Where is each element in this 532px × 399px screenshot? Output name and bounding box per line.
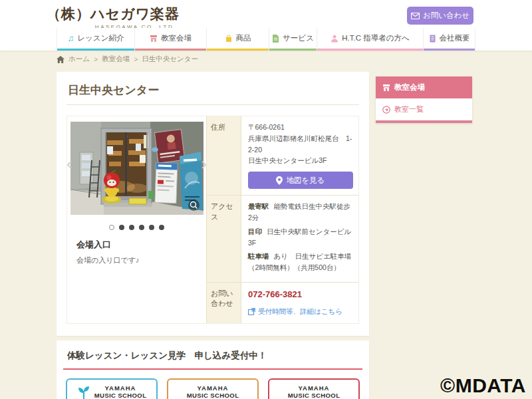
music-note-icon: ♫ xyxy=(68,33,74,43)
yamaha-card-1[interactable]: YAMAHA MUSIC SCHOOL ヤマハ音楽教室 xyxy=(66,378,158,399)
breadcrumb-separator: > xyxy=(94,55,98,63)
tab-classrooms[interactable]: 教室会場 xyxy=(134,28,206,51)
shopping-bag-icon xyxy=(225,35,233,43)
tab-accent-bar xyxy=(57,49,134,51)
center-detail-card: 日生中央センター xyxy=(57,72,369,336)
photo-carousel: ‹ › 会場入口 会場の入り口です♪ xyxy=(67,116,206,323)
contact-row: お問い合わせ 072-766-3821 受付時間等、詳細はこちら xyxy=(207,283,358,323)
address-line2: 日生中央センタービル3F xyxy=(248,155,353,166)
contact-button[interactable]: お問い合わせ xyxy=(407,7,473,25)
tab-label: サービス xyxy=(283,33,314,43)
map-pin-icon xyxy=(276,176,283,185)
person-icon xyxy=(331,35,338,43)
circle-arrow-icon xyxy=(382,106,390,114)
carousel-next-arrow[interactable]: › xyxy=(201,155,207,172)
contact-button-label: お問い合わせ xyxy=(423,11,469,21)
tab-label: レッスン紹介 xyxy=(77,33,124,43)
postal-code: 〒666-0261 xyxy=(248,122,353,133)
watermark: ©MDATA xyxy=(440,374,526,397)
view-map-button[interactable]: 地図を見る xyxy=(248,172,353,189)
carousel-dot[interactable] xyxy=(119,225,124,230)
yamaha-logo: YAMAHA MUSIC SCHOOL ヤマハ音楽教室 xyxy=(94,384,147,399)
tab-lessons[interactable]: ♫ レッスン紹介 xyxy=(57,28,134,51)
address-row: 住所 〒666-0261 兵庫県川辺郡猪名川町松尾台 1-2-20 日生中央セン… xyxy=(207,116,358,196)
tab-accent-bar xyxy=(207,49,269,51)
external-link-icon xyxy=(248,308,255,315)
carousel-dot[interactable] xyxy=(139,225,144,230)
tab-label: 商品 xyxy=(236,33,251,43)
photo-description: 会場の入り口です♪ xyxy=(76,255,206,265)
carousel-dots xyxy=(67,225,206,230)
breadcrumb: ホーム > 教室会場 > 日生中央センター xyxy=(57,55,198,64)
carousel-dot[interactable] xyxy=(149,225,154,230)
site-logo[interactable]: （株）ハセガワ楽器 HASEGAWA CO.,LTD. xyxy=(47,5,180,30)
yamaha-card-3[interactable]: YAMAHA MUSIC SCHOOL ヤマハ音楽教室 エレキギター xyxy=(268,378,360,399)
tab-accent-bar xyxy=(269,49,317,51)
yamaha-card-2[interactable]: YAMAHA MUSIC SCHOOL ヤマハ音楽教室 xyxy=(167,378,259,399)
logo-text: （株）ハセガワ楽器 xyxy=(47,5,180,23)
venue-photo[interactable] xyxy=(70,122,203,217)
access-parking: 駐車場あり 日生サピエ駐車場（2時間無料）（共用500台） xyxy=(248,251,353,273)
page-title: 日生中央センター xyxy=(66,80,359,105)
tab-products[interactable]: 商品 xyxy=(206,28,269,51)
access-landmark: 目印日生中央駅前センタービル3F xyxy=(248,226,353,249)
view-map-label: 地図を見る xyxy=(286,176,325,186)
breadcrumb-current: 日生中央センター xyxy=(142,55,198,64)
tab-accent-bar xyxy=(135,49,206,51)
tab-label: H.T.C 指導者の方へ xyxy=(342,33,409,43)
carousel-dot[interactable] xyxy=(159,225,164,230)
tab-accent-bar xyxy=(317,49,423,51)
trial-section-title: 体験レッスン・レッスン見学 申し込み受付中！ xyxy=(63,348,362,370)
access-row: アクセス 最寄駅能勢電鉄日生中央駅徒歩2分 目印日生中央駅前センタービル3F 駐… xyxy=(207,196,358,283)
access-label: アクセス xyxy=(207,196,241,282)
hours-detail-link[interactable]: 受付時間等、詳細はこちら xyxy=(248,306,353,317)
tab-htc-instructors[interactable]: H.T.C 指導者の方へ xyxy=(317,28,423,51)
sidebar-item-label: 教室一覧 xyxy=(394,104,424,114)
access-station: 最寄駅能勢電鉄日生中央駅徒歩2分 xyxy=(248,201,353,223)
carousel-dot[interactable] xyxy=(129,225,134,230)
trial-lesson-card: 体験レッスン・レッスン見学 申し込み受付中！ YAMAHA MUSIC SCHO… xyxy=(57,340,369,399)
contact-label: お問い合わせ xyxy=(207,283,241,323)
school-building-icon xyxy=(382,84,390,92)
document-icon xyxy=(272,35,279,43)
phone-number[interactable]: 072-766-3821 xyxy=(248,288,353,302)
envelope-icon xyxy=(411,13,420,19)
classrooms-sidebar: 教室会場 教室一覧 xyxy=(376,76,472,123)
sidebar-item-classroom-list[interactable]: 教室一覧 xyxy=(376,98,472,120)
address-line1: 兵庫県川辺郡猪名川町松尾台 1-2-20 xyxy=(248,133,353,156)
breadcrumb-separator: > xyxy=(134,55,138,63)
company-file-icon xyxy=(429,35,436,43)
school-building-icon xyxy=(150,35,158,43)
tab-services[interactable]: サービス xyxy=(269,28,317,51)
carousel-dot[interactable] xyxy=(109,225,114,230)
tab-label: 会社概要 xyxy=(440,33,470,43)
tab-label: 教室会場 xyxy=(161,33,192,43)
photo-caption: 会場入口 xyxy=(76,239,206,251)
venue-info-table: 住所 〒666-0261 兵庫県川辺郡猪名川町松尾台 1-2-20 日生中央セン… xyxy=(206,116,358,323)
sidebar-header: 教室会場 xyxy=(376,76,472,98)
breadcrumb-classrooms[interactable]: 教室会場 xyxy=(102,55,130,64)
yamaha-logo: YAMAHA MUSIC SCHOOL ヤマハ音楽教室 エレキギター xyxy=(288,384,340,399)
tab-accent-bar xyxy=(424,49,475,51)
sidebar-header-label: 教室会場 xyxy=(394,82,425,92)
tab-company[interactable]: 会社概要 xyxy=(423,28,475,51)
address-label: 住所 xyxy=(207,116,241,195)
breadcrumb-home[interactable]: ホーム xyxy=(68,55,90,64)
venue-info-box: ‹ › 会場入口 会場の入り口です♪ 住所 〒666-0261 兵庫県川辺郡猪名… xyxy=(66,116,359,324)
sprout-icon xyxy=(77,386,90,399)
carousel-prev-arrow[interactable]: ‹ xyxy=(66,155,72,172)
main-nav: ♫ レッスン紹介 教室会場 商品 xyxy=(57,28,475,51)
zoom-button xyxy=(188,200,200,211)
site-header: （株）ハセガワ楽器 HASEGAWA CO.,LTD. お問い合わせ ♫ レッス… xyxy=(0,0,532,51)
home-icon xyxy=(57,56,65,63)
yamaha-logo: YAMAHA MUSIC SCHOOL ヤマハ音楽教室 xyxy=(187,384,239,399)
hours-detail-label: 受付時間等、詳細はこちら xyxy=(258,306,342,317)
school-card-list: YAMAHA MUSIC SCHOOL ヤマハ音楽教室 YAMAHA MUSIC… xyxy=(63,378,362,399)
